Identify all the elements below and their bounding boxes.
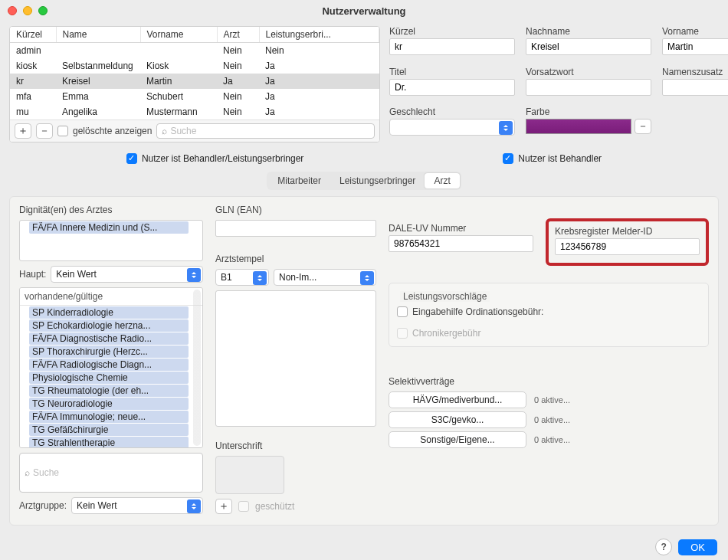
dignitaet-item[interactable]: FÄ/FA Innere Medizin und (S... xyxy=(29,221,189,234)
user-table[interactable]: KürzelNameVornameArztLeistungserbri... a… xyxy=(9,26,380,142)
table-column-header[interactable]: Leistungserbri... xyxy=(259,27,379,43)
dignitaet-list-item[interactable]: FÄ/FA Immunologie; neue... xyxy=(29,411,189,423)
search-icon: ⌕ xyxy=(162,126,167,136)
dignitaet-list-item[interactable]: FÄ/FA Diagnostische Radio... xyxy=(29,332,189,345)
selektiv-header: Selektivverträge xyxy=(389,376,709,387)
gln-input[interactable] xyxy=(215,220,376,237)
user-search-input[interactable]: ⌕ Suche xyxy=(156,123,375,139)
add-user-button[interactable]: ＋ xyxy=(15,123,31,139)
chevron-updown-icon xyxy=(187,268,201,282)
titel-label: Titel xyxy=(389,67,515,77)
leistungserbringer-checkbox[interactable] xyxy=(126,153,137,164)
table-row[interactable]: kioskSelbstanmeldungKioskNeinJa xyxy=(10,58,379,74)
table-cell: Martin xyxy=(140,74,217,89)
color-swatch[interactable] xyxy=(526,119,631,134)
stempel-select[interactable]: B1 xyxy=(215,269,269,286)
nachname-label: Nachname xyxy=(526,26,651,37)
kurzel-label: Kürzel xyxy=(389,26,515,37)
haupt-select[interactable]: Kein Wert xyxy=(51,266,203,283)
nachname-input[interactable] xyxy=(526,38,651,55)
chroniker-checkbox[interactable] xyxy=(397,328,408,339)
dignitaet-list-item[interactable]: SP Echokardiologie herzna... xyxy=(29,319,189,332)
behandler-checkbox[interactable] xyxy=(503,153,513,164)
gln-label: GLN (EAN) xyxy=(215,205,376,215)
dignitaet-list-item[interactable]: TG Neuroradiologie xyxy=(29,398,189,410)
selektiv-button[interactable]: S3C/gevko... xyxy=(389,411,526,428)
vorsatz-input[interactable] xyxy=(526,79,651,96)
table-cell: Selbstanmeldung xyxy=(56,58,140,74)
vorhandene-header: vorhandene/gültige xyxy=(20,288,202,306)
table-cell: Ja xyxy=(259,74,379,89)
scrollbar[interactable] xyxy=(193,290,201,446)
geschuetzt-checkbox[interactable] xyxy=(238,501,249,512)
chevron-updown-icon xyxy=(187,499,201,513)
vorname-input[interactable] xyxy=(662,38,728,55)
role-tabs: Mitarbeiter Leistungserbringer Arzt xyxy=(267,172,461,190)
table-cell: Ja xyxy=(259,58,379,74)
geschlecht-select[interactable] xyxy=(389,119,515,136)
dignitaet-search-input[interactable]: ⌕ Suche xyxy=(19,453,203,493)
table-cell xyxy=(140,43,217,59)
vorname-label: Vorname xyxy=(662,26,728,37)
table-cell: kiosk xyxy=(10,58,56,74)
stempel-label: Arztstempel xyxy=(215,254,376,264)
table-cell: Ja xyxy=(259,89,379,104)
dignitaet-list-item[interactable]: TG Rheumatologie (der eh... xyxy=(29,385,189,397)
dignitaet-list-item[interactable]: TG Gefäßchirurgie xyxy=(29,424,189,436)
tab-arzt[interactable]: Arzt xyxy=(425,173,459,188)
selektiv-status: 0 aktive... xyxy=(534,395,570,404)
show-deleted-label: gelöschte anzeigen xyxy=(73,126,152,136)
kurzel-input[interactable] xyxy=(389,38,515,55)
krebs-input[interactable] xyxy=(555,238,700,255)
dignitaet-list-item[interactable]: SP Kinderradiologie xyxy=(29,306,189,319)
table-cell: mfa xyxy=(10,89,56,104)
titel-input[interactable] xyxy=(389,79,515,96)
table-row[interactable]: krKreiselMartinJaJa xyxy=(10,74,379,89)
zusatz-label: Namenszusatz xyxy=(662,67,728,77)
selektiv-button[interactable]: HÄVG/mediverbund... xyxy=(389,391,526,408)
add-signature-button[interactable]: ＋ xyxy=(215,499,232,514)
dignitaet-list-item[interactable]: FÄ/FA Radiologische Diagn... xyxy=(29,359,189,371)
dignitaet-list-item[interactable]: TG Strahlentherapie xyxy=(29,437,189,448)
table-cell: Ja xyxy=(217,74,259,89)
table-column-header[interactable]: Name xyxy=(56,27,140,43)
show-deleted-checkbox[interactable] xyxy=(57,126,68,136)
table-cell: Nein xyxy=(217,104,259,120)
vorsatz-label: Vorsatzwort xyxy=(526,67,651,77)
stempel-preview xyxy=(215,290,376,427)
ordination-checkbox[interactable] xyxy=(397,306,408,317)
zusatz-input[interactable] xyxy=(662,79,728,96)
table-column-header[interactable]: Vorname xyxy=(140,27,217,43)
chroniker-label: Chronikergebühr xyxy=(412,328,480,339)
selektiv-button[interactable]: Sonstige/Eigene... xyxy=(389,431,526,448)
selektiv-status: 0 aktive... xyxy=(534,415,570,424)
ok-button[interactable]: OK xyxy=(678,539,717,555)
table-row[interactable]: adminNeinNein xyxy=(10,43,379,59)
farbe-label: Farbe xyxy=(526,106,651,117)
table-cell: Nein xyxy=(217,43,259,59)
table-cell: Nein xyxy=(259,43,379,59)
table-row[interactable]: muAngelikaMustermannNeinJa xyxy=(10,104,379,120)
dale-input[interactable] xyxy=(389,235,533,252)
table-column-header[interactable]: Kürzel xyxy=(10,27,56,43)
stempel-mode-select[interactable]: Non-Im... xyxy=(274,269,376,286)
leistungsvorschlaege-header: Leistungsvorschläge xyxy=(400,291,490,302)
tab-leistungserbringer[interactable]: Leistungserbringer xyxy=(330,173,425,188)
table-cell: Emma xyxy=(56,89,140,104)
table-row[interactable]: mfaEmmaSchubertNeinJa xyxy=(10,89,379,104)
tab-mitarbeiter[interactable]: Mitarbeiter xyxy=(268,173,330,188)
haupt-label: Haupt: xyxy=(19,269,46,280)
leistungserbringer-label: Nutzer ist Behandler/Leistungserbringer xyxy=(142,153,303,164)
geschuetzt-label: geschützt xyxy=(255,501,294,512)
unterschrift-label: Unterschrift xyxy=(215,440,376,451)
arztgruppe-select[interactable]: Kein Wert xyxy=(71,497,203,514)
remove-user-button[interactable]: － xyxy=(36,123,53,139)
chevron-updown-icon xyxy=(360,271,374,285)
table-column-header[interactable]: Arzt xyxy=(217,27,259,43)
selektiv-status: 0 aktive... xyxy=(534,435,570,444)
help-button[interactable]: ? xyxy=(655,539,672,555)
chevron-updown-icon xyxy=(499,121,513,135)
dignitaet-list-item[interactable]: Physiologische Chemie xyxy=(29,372,189,384)
clear-color-button[interactable]: － xyxy=(635,119,651,134)
dignitaet-list-item[interactable]: SP Thoraxchirurgie (Herzc... xyxy=(29,345,189,358)
